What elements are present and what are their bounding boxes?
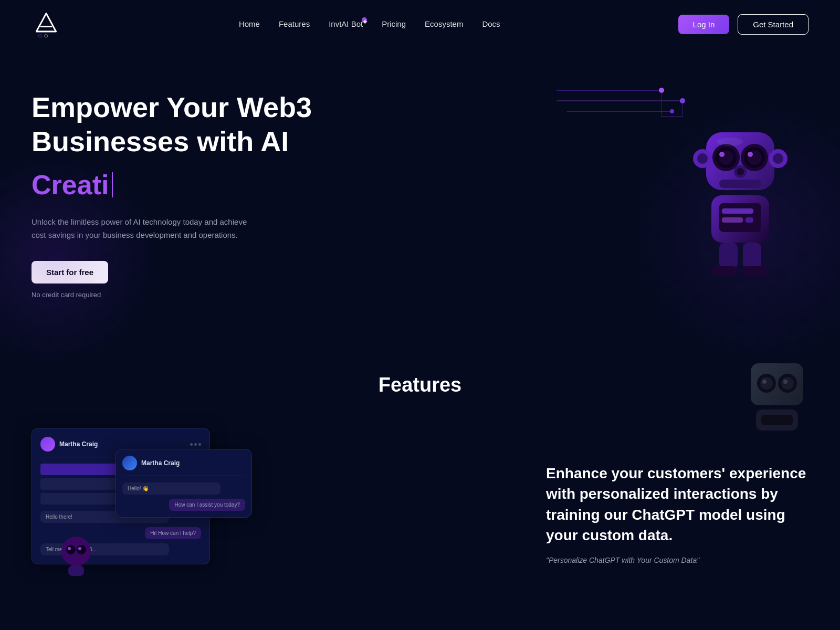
start-free-button[interactable]: Start for free (32, 261, 108, 284)
svg-point-18 (773, 153, 783, 164)
nav-item-docs[interactable]: Docs (482, 19, 500, 29)
nav-item-home[interactable]: Home (239, 19, 260, 29)
features-section: Features Martha Craig (0, 342, 840, 564)
chat-bubble-5: How can I assist you today? (169, 499, 245, 511)
chat-header-2: Martha Craig (122, 456, 245, 476)
nav-item-pricing[interactable]: Pricing (382, 19, 406, 29)
svg-point-40 (717, 138, 743, 146)
features-content: Martha Craig Hello there! Hi! How can I … (32, 428, 808, 564)
hero-animated-word: Creati (32, 169, 312, 201)
svg-point-9 (670, 109, 674, 113)
svg-point-43 (77, 545, 86, 554)
svg-point-7 (659, 88, 664, 93)
get-started-button[interactable]: Get Started (738, 14, 808, 35)
chat-user: Martha Craig (40, 437, 98, 452)
black-robot (735, 353, 819, 437)
hero-description: Unlock the limitless power of AI technol… (32, 215, 252, 242)
nav-item-ecosystem[interactable]: Ecosystem (425, 19, 463, 29)
robot-illustration (682, 111, 798, 279)
feature-title: Enhance your customers' experience with … (546, 463, 808, 545)
svg-point-42 (66, 545, 76, 554)
svg-point-8 (680, 98, 685, 103)
svg-rect-36 (719, 243, 738, 269)
cta-note: No credit card required (32, 291, 312, 299)
svg-point-28 (737, 168, 744, 175)
feature-text: Enhance your customers' experience with … (546, 463, 808, 564)
svg-rect-34 (722, 217, 743, 223)
svg-point-50 (760, 377, 773, 390)
navbar: ⬡ ⬡ Home Features InvtAI Bot ✦ Pricing E… (0, 0, 840, 48)
avatar-2 (122, 456, 137, 470)
chat-username-2: Martha Craig (141, 459, 180, 467)
avatar (40, 437, 55, 452)
nav-actions: Log In Get Started (678, 14, 808, 35)
login-button[interactable]: Log In (678, 15, 730, 34)
svg-rect-39 (742, 266, 768, 276)
chat-username: Martha Craig (59, 440, 98, 448)
chat-bubble-4: Hello! 👋 (122, 482, 220, 495)
svg-rect-33 (722, 208, 753, 214)
new-badge: ✦ (362, 17, 367, 23)
svg-rect-35 (746, 217, 753, 223)
nav-item-invtai-bot[interactable]: InvtAI Bot ✦ (329, 19, 363, 29)
svg-rect-46 (68, 565, 84, 576)
svg-point-44 (68, 547, 71, 550)
hero-title: Empower Your Web3 Businesses with AI (32, 90, 312, 159)
hero-section: Empower Your Web3 Businesses with AI Cre… (0, 48, 840, 342)
chat-user-2: Martha Craig (122, 456, 180, 470)
chat-bubble-2: Hi! How can I help? (145, 527, 201, 539)
svg-rect-37 (743, 243, 761, 269)
chat-messages-2: Hello! 👋 How can I assist you today? (122, 482, 245, 511)
svg-point-22 (719, 152, 724, 157)
nav-item-features[interactable]: Features (279, 19, 310, 29)
text-cursor (112, 172, 113, 197)
chat-menu-dots (190, 443, 201, 446)
features-title: Features (32, 374, 808, 396)
svg-point-26 (748, 152, 753, 157)
chat-mockup: Martha Craig Hello there! Hi! How can I … (32, 428, 252, 564)
svg-point-54 (783, 380, 788, 384)
feature-quote: "Personalize ChatGPT with Your Custom Da… (546, 556, 808, 564)
logo[interactable]: ⬡ ⬡ (32, 9, 61, 39)
svg-rect-56 (761, 415, 793, 425)
hero-content: Empower Your Web3 Businesses with AI Cre… (32, 80, 312, 299)
svg-rect-38 (711, 266, 738, 276)
chat-window-secondary: Martha Craig Hello! 👋 How can I assist y… (116, 449, 252, 518)
svg-rect-29 (719, 180, 761, 188)
small-robot (52, 533, 100, 580)
svg-marker-0 (36, 13, 56, 32)
svg-point-41 (61, 537, 91, 566)
nav-links: Home Features InvtAI Bot ✦ Pricing Ecosy… (239, 19, 500, 29)
svg-point-52 (781, 377, 794, 390)
svg-point-16 (697, 153, 708, 164)
svg-text:⬡: ⬡ (44, 33, 48, 38)
svg-text:⬡: ⬡ (38, 33, 42, 38)
svg-point-53 (762, 380, 766, 384)
deco-lines (556, 80, 693, 132)
svg-point-45 (78, 547, 81, 550)
